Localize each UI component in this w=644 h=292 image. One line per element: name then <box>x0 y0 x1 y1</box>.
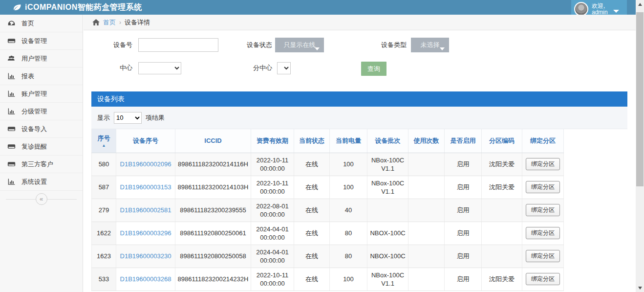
sidebar-item-label: 系统设置 <box>21 178 47 186</box>
sidebar-item-label: 设备管理 <box>21 37 47 45</box>
table-cell-iccid: 8986111823200214116H <box>175 153 251 176</box>
column-header[interactable]: 当前电量 <box>330 129 367 153</box>
device-status-dropdown[interactable]: 只显示在线 <box>275 38 324 52</box>
bind-partition-button[interactable]: 绑定分区 <box>526 158 560 170</box>
table-cell-use_count <box>408 176 445 199</box>
sidebar-item-reports[interactable]: 报表 <box>0 67 83 85</box>
sidebar-item-system-settings[interactable]: 系统设置 <box>0 173 83 191</box>
sidebar-item-device-import[interactable]: 设备导入 <box>0 120 83 138</box>
vertical-scrollbar[interactable] <box>636 0 644 292</box>
device-serial-link[interactable]: D1B19600002581 <box>120 206 172 214</box>
column-header[interactable]: 绑定分区 <box>522 129 564 153</box>
table-cell-enabled: 启用 <box>445 268 482 291</box>
sidebar: 首页 设备管理 用户管理 报表 账户管理 分级管理 设备导入 复诊提醒 第三方客… <box>0 15 83 292</box>
bind-partition-button[interactable]: 绑定分区 <box>526 227 560 239</box>
table-cell-iccid: 8986111920800250058 <box>175 245 251 268</box>
dashboard-icon <box>7 20 16 27</box>
home-icon <box>92 19 100 26</box>
bar-chart-icon <box>7 72 16 80</box>
table-cell-valid: 2022-10-11 00:00:00 <box>251 153 294 176</box>
bind-partition-button[interactable]: 绑定分区 <box>526 181 560 193</box>
table-cell-action: 绑定分区 <box>522 176 564 199</box>
sidebar-item-device-mgmt[interactable]: 设备管理 <box>0 32 83 50</box>
device-serial-link[interactable]: D1B19600003230 <box>120 252 172 260</box>
sidebar-item-label: 用户管理 <box>21 54 47 63</box>
table-cell-batch: NBox-100C V1.1 <box>367 176 408 199</box>
show-label: 显示 <box>97 113 110 122</box>
sidebar-item-revisit-reminder[interactable]: 复诊提醒 <box>0 138 83 156</box>
table-cell-iccid: 8986111823200239555 <box>175 199 251 222</box>
column-header[interactable]: 设备序号 <box>116 129 175 153</box>
table-cell-serial: D1B19600003268 <box>116 268 175 291</box>
sidebar-item-third-party[interactable]: 第三方客户 <box>0 156 83 173</box>
scroll-down-button[interactable] <box>636 284 644 292</box>
table-cell-status: 在线 <box>294 199 330 222</box>
bind-partition-button[interactable]: 绑定分区 <box>526 273 560 285</box>
bar-chart-icon <box>7 90 16 97</box>
table-row: 1623D1B196000032308986111920800250058202… <box>92 245 564 268</box>
table-cell-status: 在线 <box>294 176 330 199</box>
panel-toolbar: 显示 10 项结果 <box>91 107 627 129</box>
search-button[interactable]: 查询 <box>361 62 386 76</box>
avatar[interactable] <box>574 2 588 16</box>
bind-partition-button[interactable]: 绑定分区 <box>526 250 560 262</box>
center-select[interactable] <box>138 62 181 74</box>
column-header[interactable]: 资费有效期 <box>251 129 294 153</box>
table-cell-valid: 2022-10-11 00:00:00 <box>251 268 294 291</box>
table-cell-valid: 2024-04-01 00:00:00 <box>251 245 294 268</box>
column-header[interactable]: 是否启用 <box>445 129 482 153</box>
scrollbar-thumb[interactable] <box>636 12 644 186</box>
sidebar-item-level-mgmt[interactable]: 分级管理 <box>0 103 83 120</box>
table-cell-iccid: 8986111920800250061 <box>175 222 251 245</box>
device-serial-link[interactable]: D1B19600003153 <box>120 183 172 191</box>
sidebar-item-account-mgmt[interactable]: 账户管理 <box>0 85 83 103</box>
table-row: 580D1B196000020968986111823200214116H202… <box>92 153 564 176</box>
sidebar-item-user-mgmt[interactable]: 用户管理 <box>0 50 83 67</box>
table-cell-serial: D1B19600003153 <box>116 176 175 199</box>
column-header[interactable]: 分区编码 <box>482 129 522 153</box>
table-cell-batch: NBox-100C V1.1 <box>367 153 408 176</box>
table-cell-partition <box>482 245 522 268</box>
sidebar-item-home[interactable]: 首页 <box>0 15 83 32</box>
sidebar-item-label: 复诊提醒 <box>21 142 47 151</box>
welcome-text: 欢迎, admin <box>592 3 608 16</box>
table-cell-use_count <box>408 199 445 222</box>
table-cell-serial: D1B19600003230 <box>116 245 175 268</box>
scroll-up-button[interactable] <box>636 0 644 8</box>
sidebar-item-label: 首页 <box>21 19 34 28</box>
device-serial-link[interactable]: D1B19600003268 <box>120 275 172 283</box>
device-status-label: 设备状态 <box>235 38 272 52</box>
device-no-label: 设备号 <box>98 38 132 52</box>
sidebar-item-label: 设备导入 <box>21 125 47 134</box>
column-header[interactable]: 序号▲ <box>92 129 116 153</box>
column-header[interactable]: 设备批次 <box>367 129 408 153</box>
device-type-dropdown[interactable]: 未选择 <box>411 38 449 52</box>
table-cell-batch: NBOX-100C <box>367 222 408 245</box>
bind-partition-button[interactable]: 绑定分区 <box>526 204 560 216</box>
table-cell-seq: 580 <box>92 153 116 176</box>
device-serial-link[interactable]: D1B19600002096 <box>120 160 172 168</box>
page-size-select[interactable]: 10 <box>114 112 142 124</box>
table-cell-action: 绑定分区 <box>522 199 564 222</box>
table-cell-action: 绑定分区 <box>522 245 564 268</box>
table-cell-serial: D1B19600002581 <box>116 199 175 222</box>
column-header[interactable]: ICCID <box>175 129 251 153</box>
column-header[interactable]: 当前状态 <box>294 129 330 153</box>
table-cell-enabled: 启用 <box>445 199 482 222</box>
breadcrumb-home-link[interactable]: 首页 <box>103 18 116 27</box>
table-cell-batch <box>367 199 408 222</box>
table-cell-status: 在线 <box>294 153 330 176</box>
table-cell-status: 在线 <box>294 268 330 291</box>
device-serial-link[interactable]: D1B19600003296 <box>120 229 172 237</box>
table-cell-partition: 沈阳关爱 <box>482 176 522 199</box>
top-bar: iCOMPANION智能药盒管理系统 <box>0 0 636 15</box>
device-no-input[interactable] <box>138 38 218 52</box>
column-header[interactable]: 使用次数 <box>408 129 445 153</box>
sidebar-collapse-row: « <box>0 191 83 207</box>
table-cell-serial: D1B19600003296 <box>116 222 175 245</box>
chevron-down-icon <box>613 10 619 13</box>
sidebar-collapse-button[interactable]: « <box>36 193 47 205</box>
table-cell-partition: 沈阳关爱 <box>482 153 522 176</box>
table-cell-use_count <box>408 245 445 268</box>
subcenter-select[interactable] <box>277 62 291 74</box>
